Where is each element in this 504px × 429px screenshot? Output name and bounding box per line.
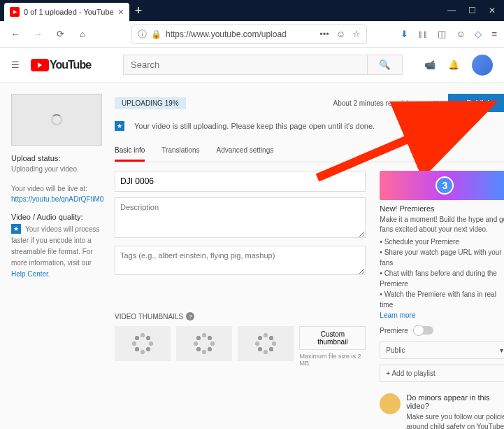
upload-message: Your video is still uploading. Please ke…	[134, 122, 375, 130]
thumbnails-title: VIDEO THUMBNAILS ?	[115, 312, 366, 321]
lock-icon: 🔒	[151, 29, 161, 39]
countdown-badge: 3	[435, 176, 454, 195]
live-at-text: Your video will be live at:	[11, 184, 102, 194]
youtube-play-icon	[31, 59, 49, 71]
learn-more-link[interactable]: Learn more	[380, 311, 415, 319]
menu-icon[interactable]: ≡	[491, 29, 497, 39]
minors-title: Do minors appear in this video?	[406, 393, 504, 410]
publish-button[interactable]: Publish	[448, 94, 504, 112]
video-preview-thumbnail	[11, 94, 102, 146]
premiere-bullet: • Watch the Premiere with fans in real t…	[380, 289, 504, 310]
youtube-favicon: ▶	[10, 7, 20, 17]
forward-icon[interactable]: →	[29, 26, 46, 43]
video-url-link[interactable]: https://youtu.be/qnADrQFtiM0	[11, 195, 102, 203]
browser-tab-bar: ▶ 0 of 1 uploaded - YouTube × + — ☐ ✕	[0, 0, 504, 21]
url-text: https://www.youtube.com/upload	[166, 29, 315, 39]
search-button[interactable]: 🔍	[368, 55, 403, 75]
quality-label: Video / Audio quality:	[11, 213, 102, 221]
avatar[interactable]	[472, 55, 493, 76]
tab-title: 0 of 1 uploaded - YouTube	[24, 8, 114, 16]
browser-tab[interactable]: ▶ 0 of 1 uploaded - YouTube ×	[4, 3, 129, 21]
tab-close-icon[interactable]: ×	[118, 6, 124, 17]
premiere-toggle-label: Premiere	[380, 327, 408, 335]
tab-advanced[interactable]: Advanced settings	[216, 141, 273, 162]
help-icon[interactable]: ?	[186, 312, 194, 321]
close-window-icon[interactable]: ✕	[489, 6, 496, 15]
upload-progress-badge: UPLOADING 19%	[115, 97, 186, 109]
search-input[interactable]	[123, 55, 368, 75]
thumbnail-option-2[interactable]	[176, 326, 232, 361]
premiere-toggle[interactable]	[414, 326, 433, 335]
star-icon: ★	[115, 121, 124, 131]
thumbnail-option-1[interactable]	[115, 326, 171, 361]
quality-text: Your videos will process faster if you e…	[11, 225, 99, 278]
youtube-logo[interactable]: YouTube	[31, 59, 91, 71]
url-bar: ← → ⟳ ⌂ ⓘ 🔒 https://www.youtube.com/uplo…	[0, 21, 504, 48]
max-file-size-text: Maximum file size is 2 MB.	[299, 353, 366, 367]
video-tags-input[interactable]	[115, 246, 366, 275]
thumbnail-option-3[interactable]	[238, 326, 294, 361]
star-icon: ★	[11, 224, 21, 234]
video-description-input[interactable]	[115, 197, 366, 238]
loading-spinner-icon	[51, 114, 62, 125]
custom-thumbnail-button[interactable]: Custom thumbnail	[299, 326, 366, 350]
downloads-icon[interactable]: ⬇	[401, 29, 408, 39]
info-icon[interactable]: ⓘ	[138, 28, 147, 41]
minors-icon	[380, 393, 401, 414]
reader-icon[interactable]: ☺	[336, 29, 345, 39]
notifications-icon[interactable]: 🔔	[448, 59, 459, 70]
sidebar-icon[interactable]: ◫	[438, 29, 446, 39]
premieres-text: Make it a moment! Build the hype and get…	[380, 215, 504, 234]
premiere-bullet: • Schedule your Premiere	[380, 237, 504, 247]
more-icon[interactable]: •••	[319, 29, 329, 39]
minors-text: Make sure you follow our policies around…	[406, 412, 504, 429]
video-title-input[interactable]	[115, 171, 366, 192]
dismiss-eta-icon[interactable]: ×	[433, 98, 438, 108]
premiere-banner: 3	[380, 171, 504, 200]
youtube-header: ☰ YouTube 🔍 📹 🔔	[0, 48, 504, 83]
bookmark-icon[interactable]: ☆	[352, 29, 361, 39]
tab-basic-info[interactable]: Basic info	[115, 141, 145, 162]
premieres-title: New! Premieres	[380, 204, 504, 213]
upload-eta: About 2 minutes remaining.	[333, 99, 419, 107]
library-icon[interactable]: ⫿⫿	[418, 29, 428, 39]
youtube-logo-text: YouTube	[50, 59, 91, 71]
address-bar[interactable]: ⓘ 🔒 https://www.youtube.com/upload ••• ☺…	[131, 24, 367, 44]
upload-status-text: Uploading your video.	[11, 164, 102, 174]
back-icon[interactable]: ←	[7, 26, 24, 43]
maximize-icon[interactable]: ☐	[468, 6, 476, 15]
create-video-icon[interactable]: 📹	[424, 59, 435, 70]
visibility-select[interactable]: Public ▾	[380, 342, 504, 359]
shield-icon[interactable]: ◇	[475, 29, 482, 39]
reload-icon[interactable]: ⟳	[52, 26, 69, 43]
hamburger-icon[interactable]: ☰	[11, 59, 20, 70]
account-icon[interactable]: ☺	[456, 29, 465, 39]
chevron-down-icon: ▾	[500, 346, 503, 354]
form-tabs: Basic info Translations Advanced setting…	[115, 141, 504, 162]
help-center-link[interactable]: Help Center	[11, 270, 48, 278]
tab-translations[interactable]: Translations	[161, 141, 199, 162]
new-tab-button[interactable]: +	[129, 3, 148, 18]
premiere-bullet: • Share your watch page URL with your fa…	[380, 247, 504, 268]
home-icon[interactable]: ⌂	[74, 26, 91, 43]
premiere-bullet: • Chat with fans before and during the P…	[380, 268, 504, 289]
minimize-icon[interactable]: —	[447, 6, 456, 15]
add-to-playlist-button[interactable]: + Add to playlist	[380, 365, 504, 382]
upload-status-label: Upload status:	[11, 154, 102, 162]
